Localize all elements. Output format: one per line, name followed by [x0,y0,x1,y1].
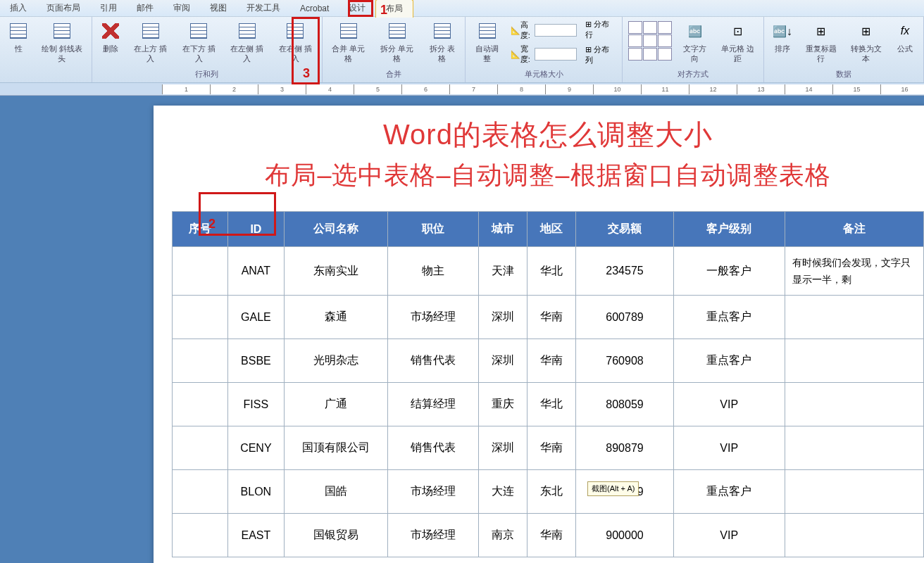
align-bl-button[interactable] [628,48,642,61]
align-mr-button[interactable] [658,34,672,47]
sort-button[interactable]: 🔤↓排序 [767,18,798,65]
align-tr-button[interactable] [658,21,672,34]
table-row[interactable]: GALE森通市场经理深圳华南600789重点客户 [173,296,924,339]
table-row[interactable]: EAST国银贸易市场经理南京华南900000VIP [173,514,924,557]
table-cell[interactable] [173,470,228,514]
table-cell[interactable]: 国银贸易 [284,514,388,557]
table-row[interactable]: ANAT东南实业物主天津华北234575一般客户有时候我们会发现，文字只显示一半… [173,247,924,296]
table-cell[interactable]: 重点客户 [673,296,785,339]
repeat-header-button[interactable]: ⊞重复标题行 [799,18,843,65]
distribute-rows-button[interactable]: ⊞ 分布行 [585,19,616,40]
table-cell[interactable]: 深圳 [478,426,527,470]
table-header[interactable]: 序号 [173,212,228,247]
insert-below-button[interactable]: 在下方 插入 [175,18,222,65]
table-cell[interactable]: 华南 [527,426,575,470]
table-cell[interactable]: 760908 [576,339,674,383]
draw-diagonal-button[interactable]: 绘制 斜线表头 [35,18,89,65]
table-cell[interactable] [173,247,228,296]
autofit-button[interactable]: 自动调整 [468,18,506,66]
table-cell[interactable]: 600789 [576,296,674,339]
table-cell[interactable]: EAST [228,514,285,557]
table-cell[interactable]: 市场经理 [388,296,478,339]
table-cell[interactable]: BLON [228,470,285,514]
table-cell[interactable] [785,470,923,514]
properties-button[interactable]: 性 [3,18,34,65]
table-cell[interactable] [173,514,228,557]
table-cell[interactable]: 东北 [527,470,575,514]
table-header[interactable]: 备注 [785,212,923,247]
table-header[interactable]: 交易额 [576,212,674,247]
table-cell[interactable] [785,383,923,426]
table-cell[interactable]: 深圳 [478,339,527,383]
insert-above-button[interactable]: 在上方 插入 [127,18,174,65]
align-tl-button[interactable] [628,21,642,34]
table-cell[interactable]: ANAT [228,247,285,296]
table-cell[interactable]: 销售代表 [388,339,478,383]
width-input[interactable] [535,48,577,61]
insert-left-button[interactable]: 在左侧 插入 [224,18,270,65]
table-header[interactable]: 地区 [527,212,575,247]
split-cells-button[interactable]: 拆分 单元格 [373,18,420,65]
tab-references[interactable]: 引用 [90,0,127,17]
tab-mailings[interactable]: 邮件 [127,0,163,17]
table-cell[interactable]: 有时候我们会发现，文字只显示一半，剩 [785,247,923,296]
table-cell[interactable]: BSBE [228,339,285,383]
text-direction-button[interactable]: 🔤文字方向 [676,18,713,65]
table-header[interactable]: ID [228,212,285,247]
table-cell[interactable]: 一般客户 [673,247,785,296]
table-cell[interactable] [173,426,228,470]
tab-insert[interactable]: 插入 [0,0,37,17]
table-header[interactable]: 客户级别 [673,212,785,247]
table-cell[interactable]: CENY [228,426,285,470]
table-cell[interactable]: VIP [673,383,785,426]
table-cell[interactable]: 华北 [527,247,575,296]
distribute-cols-button[interactable]: ⊞ 分布列 [585,44,616,65]
table-cell[interactable]: 华南 [527,514,575,557]
table-cell[interactable]: 重点客户 [673,339,785,383]
table-cell[interactable]: 森通 [284,296,388,339]
split-table-button[interactable]: 拆分 表格 [422,18,462,65]
tab-review[interactable]: 审阅 [163,0,200,17]
table-row[interactable]: CENY国顶有限公司销售代表深圳华南890879VIP [173,426,924,470]
table-cell[interactable]: 销售代表 [388,426,478,470]
table-cell[interactable] [173,383,228,426]
formula-button[interactable]: fx公式 [889,18,920,65]
table-row[interactable]: BLON国皓市场经理大连东北565479重点客户 [173,470,924,514]
merge-cells-button[interactable]: 合并 单元格 [325,18,373,65]
table-cell[interactable]: FISS [228,383,285,426]
table-cell[interactable]: 890879 [576,426,674,470]
table-cell[interactable]: 东南实业 [284,247,388,296]
table-cell[interactable]: VIP [673,426,785,470]
table-cell[interactable] [785,296,923,339]
align-br-button[interactable] [658,48,672,61]
table-cell[interactable]: 重庆 [478,383,527,426]
table-row[interactable]: FISS广通结算经理重庆华北808059VIP [173,383,924,426]
table-cell[interactable]: 结算经理 [388,383,478,426]
table-row[interactable]: BSBE光明杂志销售代表深圳华南760908重点客户 [173,339,924,383]
table-header[interactable]: 职位 [388,212,478,247]
table-cell[interactable]: 天津 [478,247,527,296]
table-header[interactable]: 公司名称 [284,212,388,247]
table-cell[interactable]: 市场经理 [388,470,478,514]
convert-text-button[interactable]: ⊞转换为文本 [844,18,888,65]
tab-acrobat[interactable]: Acrobat [290,1,339,16]
table-cell[interactable]: 光明杂志 [284,339,388,383]
tab-pagelayout[interactable]: 页面布局 [37,0,90,17]
table-cell[interactable] [785,514,923,557]
height-input[interactable] [535,24,577,37]
align-mc-button[interactable] [643,34,657,47]
cell-margins-button[interactable]: ⊡单元格 边距 [715,18,761,65]
delete-button[interactable]: 删除 [95,18,126,65]
align-bc-button[interactable] [643,48,657,61]
width-spinner[interactable]: 📐宽度: [511,44,577,65]
table-cell[interactable]: 华北 [527,383,575,426]
table-cell[interactable]: 900000 [576,514,674,557]
table-cell[interactable] [173,296,228,339]
table-cell[interactable]: 重点客户 [673,470,785,514]
table-cell[interactable]: 深圳 [478,296,527,339]
tab-developer[interactable]: 开发工具 [237,0,290,17]
table-cell[interactable]: 国皓 [284,470,388,514]
table-cell[interactable] [173,339,228,383]
table-cell[interactable]: 234575 [576,247,674,296]
data-table[interactable]: 序号ID公司名称职位城市地区交易额客户级别备注 ANAT东南实业物主天津华北23… [172,211,924,557]
